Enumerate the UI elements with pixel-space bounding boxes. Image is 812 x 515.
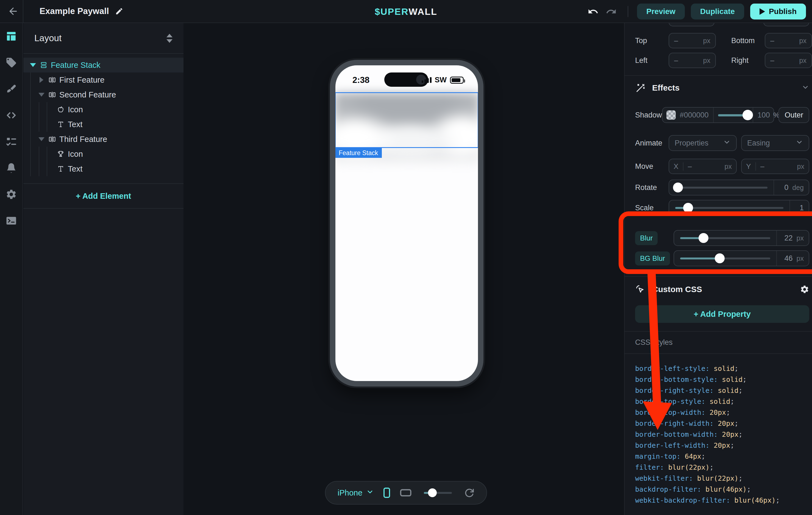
play-icon	[759, 8, 765, 15]
tree-item-label: Second Feature	[59, 90, 116, 99]
caret-down-icon[interactable]	[37, 137, 46, 141]
superwall-editor: Example Paywall $UPERWALL Preview Duplic…	[0, 0, 812, 515]
blur-slider[interactable]: 22px	[673, 230, 809, 246]
rail-item-terminal[interactable]	[0, 208, 23, 234]
css-declaration: border-bottom-width: 20px;	[635, 429, 809, 440]
scale-slider[interactable]: 1	[669, 200, 809, 216]
tree-item-label: Third Feature	[59, 135, 107, 144]
status-time: 2:38	[352, 75, 370, 85]
tree-item-label: Icon	[68, 105, 83, 114]
shadow-color-swatch[interactable]	[666, 110, 676, 120]
landscape-orientation-button[interactable]	[400, 488, 412, 497]
animate-easing-select[interactable]: Easing	[741, 135, 809, 151]
rail-item-notifications[interactable]	[0, 155, 23, 181]
back-button[interactable]	[7, 5, 19, 17]
caret-right-icon[interactable]	[37, 77, 46, 83]
rotate-slider[interactable]: 0deg	[669, 180, 809, 195]
add-element-button[interactable]: + Add Element	[23, 183, 183, 209]
rail-item-checklist[interactable]	[0, 128, 23, 155]
publish-button[interactable]: Publish	[750, 4, 806, 20]
status-bar: 2:38 SW	[336, 72, 478, 89]
slider-thumb[interactable]	[673, 183, 683, 192]
edit-pencil-icon[interactable]	[115, 7, 123, 16]
portrait-orientation-button[interactable]	[382, 487, 392, 498]
tree-item-icon[interactable]: Icon	[23, 147, 183, 161]
rail-item-code[interactable]	[0, 102, 23, 128]
tree-item-text[interactable]: Text	[23, 117, 183, 132]
layers-panel: Layout Feature StackFirst FeatureSecond …	[23, 23, 183, 515]
cut-off-input[interactable]	[669, 23, 715, 26]
sort-icon[interactable]	[167, 34, 173, 43]
refresh-icon	[464, 488, 474, 498]
slider-thumb[interactable]	[683, 203, 693, 213]
slider-thumb[interactable]	[743, 110, 753, 120]
margin-top-input[interactable]: –px	[669, 33, 716, 48]
rail-item-theme[interactable]	[0, 76, 23, 102]
custom-css-section-title: Custom CSS	[652, 285, 800, 294]
shadow-color-hex[interactable]: #000000	[679, 111, 708, 119]
undo-icon[interactable]	[587, 6, 599, 17]
page-title: Example Paywall	[39, 6, 109, 16]
iphone-preview[interactable]: 2:38 SW Feature Stack	[330, 60, 484, 387]
carrier-label: SW	[435, 76, 447, 84]
css-declaration: webkit-backdrop-filter: blur(46px);	[635, 495, 809, 506]
signal-icon	[422, 77, 432, 83]
refresh-button[interactable]	[464, 488, 474, 498]
terminal-icon	[5, 215, 17, 226]
bell-icon	[5, 162, 17, 174]
slider-thumb[interactable]	[699, 233, 708, 243]
apple-icon	[55, 104, 66, 115]
tree-item-third-feature[interactable]: Third Feature	[23, 132, 183, 147]
rail-item-products[interactable]	[0, 50, 23, 76]
device-select[interactable]: iPhone	[338, 488, 374, 498]
add-property-button[interactable]: + Add Property	[635, 305, 809, 323]
indent-guide	[30, 147, 31, 161]
cut-off-input[interactable]	[763, 23, 809, 26]
bg-blur-slider[interactable]: 46px	[673, 250, 809, 266]
css-declaration: backdrop-filter: blur(46px);	[635, 484, 809, 495]
move-y-input[interactable]: Y–px	[741, 159, 809, 174]
tree-item-feature-stack[interactable]: Feature Stack	[23, 58, 183, 72]
margin-right-input[interactable]: –px	[765, 53, 812, 68]
divider	[628, 6, 628, 17]
tree-item-first-feature[interactable]: First Feature	[23, 72, 183, 87]
rail-item-layout[interactable]	[0, 23, 23, 50]
rail-item-settings[interactable]	[0, 181, 23, 208]
divider	[23, 0, 23, 23]
duplicate-button[interactable]: Duplicate	[691, 4, 744, 20]
margin-left-label: Left	[635, 56, 669, 65]
shadow-opacity-slider[interactable]	[713, 108, 753, 122]
margin-left-input[interactable]: –px	[669, 53, 716, 68]
blur-chip[interactable]: Blur	[635, 231, 658, 245]
chevron-down-icon	[795, 139, 803, 148]
margin-bottom-input[interactable]: –px	[765, 33, 812, 48]
canvas: 2:38 SW Feature Stack iPhone	[183, 23, 624, 515]
tree-item-icon[interactable]: Icon	[23, 102, 183, 117]
animate-properties-select[interactable]: Properties	[669, 135, 737, 151]
preview-button[interactable]: Preview	[637, 4, 685, 20]
shadow-control: #000000 100%	[662, 107, 774, 123]
trophy-icon	[55, 149, 66, 159]
css-code-block[interactable]: border-left-style: solid;border-bottom-s…	[625, 354, 812, 506]
zoom-slider[interactable]	[424, 489, 452, 497]
rotate-label: Rotate	[635, 183, 669, 192]
slider-thumb[interactable]	[715, 253, 725, 263]
chevron-down-icon[interactable]	[802, 84, 809, 92]
slider-thumb[interactable]	[428, 488, 437, 497]
tree-item-second-feature[interactable]: Second Feature	[23, 87, 183, 102]
shadow-mode-button[interactable]: Outer	[779, 107, 809, 123]
shadow-opacity-value[interactable]: 100	[758, 111, 770, 119]
redo-icon[interactable]	[606, 6, 617, 17]
selection-outline[interactable]	[336, 92, 478, 148]
bg-blur-chip[interactable]: BG Blur	[635, 251, 670, 266]
caret-down-icon[interactable]	[37, 93, 46, 97]
layers-panel-title: Layout	[34, 33, 61, 43]
caret-down-icon[interactable]	[29, 63, 37, 67]
css-settings-gear-icon[interactable]	[800, 285, 809, 294]
css-declaration: border-top-width: 20px;	[635, 407, 809, 418]
move-x-input[interactable]: X–px	[669, 159, 737, 174]
tree-item-text[interactable]: Text	[23, 161, 183, 176]
indent-guide	[47, 102, 47, 117]
text-icon	[55, 164, 66, 174]
indent-guide	[30, 161, 31, 176]
